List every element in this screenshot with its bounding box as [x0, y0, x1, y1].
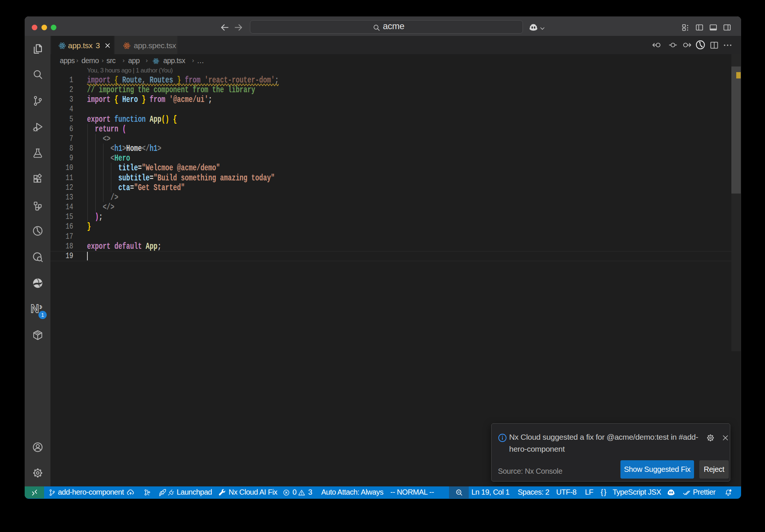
svg-text:›: › [40, 303, 42, 310]
svg-text:N: N [31, 303, 39, 315]
